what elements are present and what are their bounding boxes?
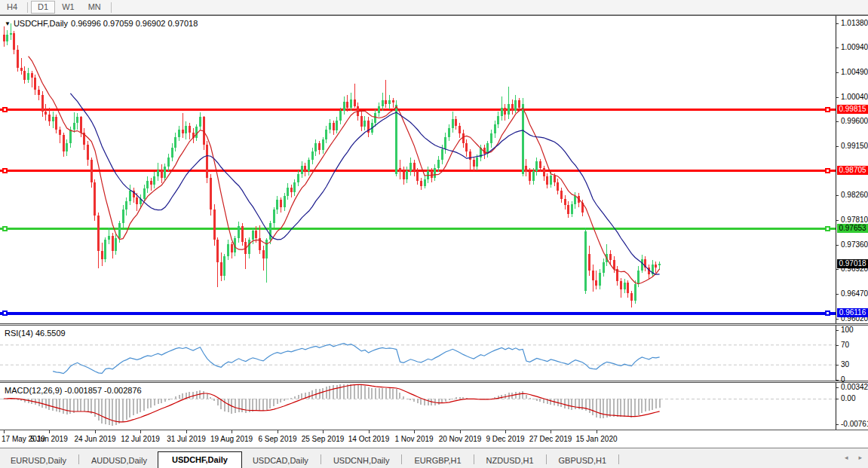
time-axis-tick xyxy=(460,430,461,433)
time-axis-label: 5 Jun 2019 xyxy=(30,435,68,443)
rsi-axis-label: 70 xyxy=(841,341,849,349)
chart-shift-marker-icon: ▼ xyxy=(5,20,11,27)
tab-audusd-daily[interactable]: AUDUSD,Daily xyxy=(81,453,158,468)
time-axis-label: 6 Sep 2019 xyxy=(258,435,296,443)
time-axis-tick xyxy=(414,430,415,433)
time-axis-label: 24 Jun 2019 xyxy=(74,435,115,443)
tab-eurusd-daily[interactable]: EURUSD,Daily xyxy=(0,453,77,468)
chart-tab-bar: EURUSD,Daily AUDUSD,Daily USDCHF,Daily U… xyxy=(0,448,868,468)
chart-ohlc-values: 0.96996 0.97059 0.96902 0.97018 xyxy=(71,19,198,28)
rsi-axis-tick xyxy=(836,365,839,366)
timeframe-button-d1[interactable]: D1 xyxy=(31,1,55,14)
time-axis-tick xyxy=(140,430,141,433)
macd-axis-label: -0.007615 xyxy=(841,420,868,428)
price-axis-label: 1.01380 xyxy=(841,19,868,27)
time-axis-tick xyxy=(232,430,232,433)
tab-separator xyxy=(618,454,619,464)
macd-axis: 0.0034280.00-0.007615 xyxy=(836,383,868,430)
macd-label: MACD(12,26,9) -0.001857 -0.002876 xyxy=(5,386,142,395)
time-axis-tick xyxy=(49,430,50,433)
tab-gbpusd-h1[interactable]: GBPUSD,H1 xyxy=(548,453,618,468)
price-axis-tick xyxy=(836,319,839,320)
time-axis-label: 25 Sep 2019 xyxy=(302,435,345,443)
price-axis-label: 0.97810 xyxy=(841,216,868,224)
price-axis-tick xyxy=(836,195,839,196)
price-chart-panel[interactable]: ▼ USDCHF,Daily 0.96996 0.97059 0.96902 0… xyxy=(0,15,868,324)
timeframe-button-h4[interactable]: H4 xyxy=(0,1,24,14)
macd-axis-tick xyxy=(836,424,839,425)
price-axis-tick xyxy=(836,97,839,98)
rsi-axis-tick xyxy=(836,330,839,331)
timeframe-toolbar: H4 D1 W1 MN xyxy=(0,0,868,15)
price-axis-label: 0.99150 xyxy=(841,142,868,150)
price-axis-label: 0.96470 xyxy=(841,289,868,298)
time-axis-label: 20 Nov 2019 xyxy=(439,435,482,443)
macd-axis-tick xyxy=(836,387,839,388)
price-axis-label: 1.00490 xyxy=(841,68,868,76)
price-axis-tick xyxy=(836,47,839,48)
price-axis-label: 1.00940 xyxy=(841,43,868,51)
tab-scroll-right-icon[interactable]: ▸ xyxy=(858,454,862,461)
rsi-axis-tick xyxy=(836,345,839,346)
time-axis-tick xyxy=(186,430,187,433)
rsi-label: RSI(14) 46.5509 xyxy=(5,329,66,338)
price-axis-label: 1.00040 xyxy=(841,93,868,101)
price-level-badge: 0.96116 xyxy=(837,308,868,317)
time-axis-tick xyxy=(505,430,506,433)
tab-separator xyxy=(546,454,547,464)
rsi-axis-label: 100 xyxy=(841,326,854,334)
rsi-axis-tick xyxy=(836,380,839,381)
rsi-axis-label: 30 xyxy=(841,360,849,369)
timeframe-button-mn[interactable]: MN xyxy=(81,1,108,14)
price-axis-label: 0.97360 xyxy=(841,240,868,249)
tab-separator xyxy=(78,454,79,464)
time-axis-tick xyxy=(323,430,324,433)
tab-separator xyxy=(401,454,402,464)
timeframe-button-w1[interactable]: W1 xyxy=(55,1,81,14)
tab-eurgbp-h1[interactable]: EURGBP,H1 xyxy=(403,453,471,468)
time-axis-label: 15 Jan 2020 xyxy=(575,435,617,443)
tab-scroll-left-icon[interactable]: ◂ xyxy=(845,454,848,461)
tab-usdcad-daily[interactable]: USDCAD,Daily xyxy=(242,453,319,468)
price-level-badge: 0.99815 xyxy=(837,105,868,114)
tab-usdcnh-daily[interactable]: USDCNH,Daily xyxy=(323,453,400,468)
rsi-plot[interactable] xyxy=(0,326,836,381)
terminal-window: H4 D1 W1 MN ▼ USDCHF,Daily 0.96996 0.970… xyxy=(0,0,868,468)
rsi-indicator-panel[interactable]: RSI(14) 46.5509 10070300 xyxy=(0,325,868,381)
price-axis-tick xyxy=(836,121,839,122)
price-axis-label: 0.98260 xyxy=(841,191,868,199)
time-axis-tick xyxy=(95,430,96,433)
macd-axis-tick xyxy=(836,399,839,399)
tab-usdchf-daily[interactable]: USDCHF,Daily xyxy=(158,451,242,468)
macd-axis-label: 0.00 xyxy=(841,394,855,402)
candlestick-plot[interactable] xyxy=(0,16,836,323)
macd-indicator-panel[interactable]: MACD(12,26,9) -0.001857 -0.002876 0.0034… xyxy=(0,382,868,430)
price-axis-tick xyxy=(836,245,839,246)
macd-axis-label: 0.003428 xyxy=(841,383,868,391)
tab-nzdusd-h1[interactable]: NZDUSD,H1 xyxy=(476,453,544,468)
time-axis-label: 19 Aug 2019 xyxy=(210,435,253,443)
price-axis-tick xyxy=(836,269,839,270)
time-axis-tick xyxy=(278,430,278,433)
time-axis-tick xyxy=(4,430,5,433)
time-axis-tick xyxy=(597,430,597,433)
price-axis-label: 0.99600 xyxy=(841,117,868,125)
price-axis-tick xyxy=(836,72,839,73)
price-axis-tick xyxy=(836,294,839,295)
time-axis-label: 27 Dec 2019 xyxy=(529,435,572,443)
time-axis: 17 May 20195 Jun 201924 Jun 201912 Jul 2… xyxy=(0,430,868,448)
tab-separator xyxy=(321,454,321,464)
chart-title: ▼ USDCHF,Daily 0.96996 0.97059 0.96902 0… xyxy=(5,19,198,28)
tab-scroll-arrows: ◂ ▸ xyxy=(845,454,862,461)
time-axis-label: 12 Jul 2019 xyxy=(121,435,160,443)
price-axis-tick xyxy=(836,146,839,147)
price-level-badge: 0.98705 xyxy=(837,166,868,175)
toolbar-separator xyxy=(27,2,28,13)
time-axis-label: 14 Oct 2019 xyxy=(348,435,389,443)
price-axis-tick xyxy=(836,23,839,24)
time-axis-label: 9 Dec 2019 xyxy=(486,435,524,443)
chart-symbol-label: USDCHF,Daily xyxy=(14,19,68,28)
time-axis-tick xyxy=(369,430,370,433)
price-level-badge: 0.97653 xyxy=(837,224,868,233)
price-axis-tick xyxy=(836,220,839,221)
